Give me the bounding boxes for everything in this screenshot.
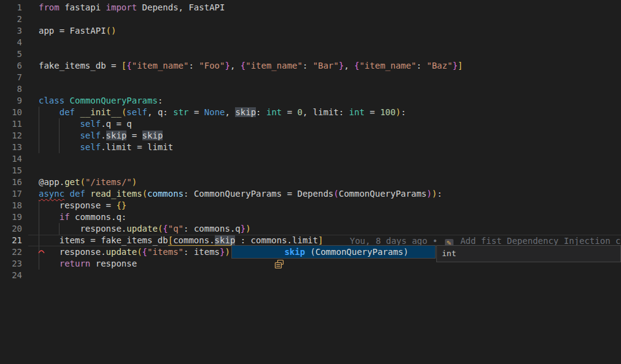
code-line[interactable]: 24 bbox=[0, 270, 621, 281]
code-line-content: self.limit = limit bbox=[39, 142, 173, 153]
line-number[interactable]: 23 bbox=[0, 258, 22, 270]
code-line-content: class CommonQueryParams: bbox=[39, 95, 163, 107]
code-token: { bbox=[163, 224, 168, 233]
code-line[interactable]: 4 bbox=[0, 37, 621, 48]
code-token: , bbox=[225, 107, 236, 117]
code-line[interactable]: 16@app.get("/items/") bbox=[0, 176, 621, 188]
code-line[interactable]: 12 self.skip = skip bbox=[0, 130, 621, 142]
code-token: : CommonQueryParams = Depends bbox=[183, 189, 333, 199]
line-number[interactable]: 1 bbox=[0, 2, 22, 13]
code-token: self bbox=[126, 107, 147, 117]
code-token: ) bbox=[132, 177, 137, 187]
code-token: : bbox=[188, 61, 199, 70]
line-number[interactable]: 5 bbox=[0, 48, 22, 60]
line-number[interactable]: 20 bbox=[0, 223, 22, 235]
line-number[interactable]: 21 bbox=[0, 235, 22, 246]
code-token: "q" bbox=[168, 224, 183, 233]
code-line[interactable]: 3app = FastAPI() bbox=[0, 25, 621, 37]
code-token: skip bbox=[106, 131, 127, 140]
line-number[interactable]: 19 bbox=[0, 211, 22, 223]
code-editor: 1from fastapi import Depends, FastAPI23a… bbox=[0, 0, 621, 364]
code-line[interactable]: 15 bbox=[0, 165, 621, 176]
code-token: , bbox=[230, 61, 241, 70]
code-token: "Foo" bbox=[199, 61, 225, 70]
code-token: {} bbox=[116, 200, 126, 210]
code-token: : commons.q bbox=[183, 224, 241, 233]
line-number[interactable]: 16 bbox=[0, 176, 22, 188]
code-line[interactable]: 20 response.update({"q": commons.q}) bbox=[0, 223, 621, 235]
code-token: skip bbox=[215, 235, 236, 246]
line-number[interactable]: 24 bbox=[0, 270, 22, 281]
code-token: .q = q bbox=[101, 119, 132, 129]
code-line[interactable]: 13 self.limit = limit bbox=[0, 142, 621, 153]
code-token: response = bbox=[39, 200, 116, 210]
code-token: @app. bbox=[39, 177, 64, 187]
code-token: ] bbox=[458, 61, 463, 70]
code-token: "item_name" bbox=[132, 61, 189, 70]
code-line[interactable]: 8 bbox=[0, 83, 621, 95]
line-number[interactable]: 18 bbox=[0, 200, 22, 211]
line-number[interactable]: 13 bbox=[0, 142, 22, 153]
line-number[interactable]: 22 bbox=[0, 246, 22, 258]
code-token: skip bbox=[235, 107, 256, 117]
code-token: "/items/" bbox=[85, 177, 132, 187]
line-number[interactable]: 17 bbox=[0, 188, 22, 200]
code-token bbox=[64, 96, 69, 105]
suggestion-item-selected[interactable]: skip (CommonQueryParams) bbox=[232, 246, 435, 258]
code-line[interactable]: 6fake_items_db = [{"item_name": "Foo"}, … bbox=[0, 60, 621, 72]
code-token: : commons.limit bbox=[235, 235, 318, 246]
code-line[interactable]: 11 self.q = q bbox=[0, 118, 621, 130]
code-token: skip bbox=[142, 131, 163, 140]
code-token: update bbox=[126, 224, 158, 233]
line-number[interactable]: 7 bbox=[0, 72, 22, 83]
suggestion-label: skip bbox=[284, 246, 305, 258]
code-line[interactable]: 10 def __init__(self, q: str = None, ski… bbox=[0, 107, 621, 118]
code-token: str bbox=[173, 107, 188, 117]
code-token: CommonQueryParams bbox=[70, 96, 158, 105]
code-token: "item_name" bbox=[245, 61, 303, 70]
line-number[interactable]: 3 bbox=[0, 25, 22, 37]
code-line[interactable]: 9class CommonQueryParams: bbox=[0, 95, 621, 107]
code-token: class bbox=[39, 96, 64, 105]
code-token: , q: bbox=[147, 107, 173, 117]
line-number[interactable]: 11 bbox=[0, 118, 22, 130]
code-line-content: async def read_items(commons: CommonQuer… bbox=[39, 188, 442, 200]
code-token: { bbox=[126, 61, 131, 70]
code-token: = bbox=[364, 107, 380, 117]
code-token: { bbox=[142, 247, 147, 257]
line-number[interactable]: 9 bbox=[0, 95, 22, 107]
line-number[interactable]: 14 bbox=[0, 153, 22, 165]
code-line[interactable]: 7 bbox=[0, 72, 621, 83]
line-number[interactable]: 4 bbox=[0, 37, 22, 48]
code-line[interactable]: 5 bbox=[0, 48, 621, 60]
code-token: "Bar" bbox=[313, 61, 339, 70]
code-line[interactable]: 1from fastapi import Depends, FastAPI bbox=[0, 2, 621, 13]
code-line-content: return response bbox=[39, 258, 137, 270]
code-token: ( bbox=[80, 177, 85, 187]
code-token: : bbox=[437, 189, 442, 199]
code-token: } bbox=[220, 247, 225, 257]
code-line[interactable]: 18 response = {} bbox=[0, 200, 621, 211]
line-number[interactable]: 8 bbox=[0, 83, 22, 95]
code-token: : bbox=[256, 107, 266, 117]
code-token: { bbox=[241, 61, 245, 70]
line-number[interactable]: 12 bbox=[0, 130, 22, 142]
line-number[interactable]: 10 bbox=[0, 107, 22, 118]
line-number[interactable]: 6 bbox=[0, 60, 22, 72]
code-token: int bbox=[349, 107, 364, 117]
code-token bbox=[39, 131, 80, 140]
code-token: commons.q: bbox=[70, 212, 127, 222]
line-number[interactable]: 2 bbox=[0, 13, 22, 25]
code-token: def bbox=[70, 189, 85, 199]
code-line[interactable]: 2 bbox=[0, 13, 621, 25]
code-line[interactable]: 19 if commons.q: bbox=[0, 211, 621, 223]
code-line[interactable]: 14 bbox=[0, 153, 621, 165]
code-token: } bbox=[452, 61, 457, 70]
code-token: read_items bbox=[90, 189, 142, 199]
code-token: : bbox=[158, 96, 163, 105]
autocomplete-popup: skip (CommonQueryParams) bbox=[231, 245, 436, 259]
code-line[interactable]: 17async def read_items(commons: CommonQu… bbox=[0, 188, 621, 200]
code-token: ) bbox=[426, 189, 431, 199]
code-token: "Baz" bbox=[426, 61, 452, 70]
line-number[interactable]: 15 bbox=[0, 165, 22, 176]
